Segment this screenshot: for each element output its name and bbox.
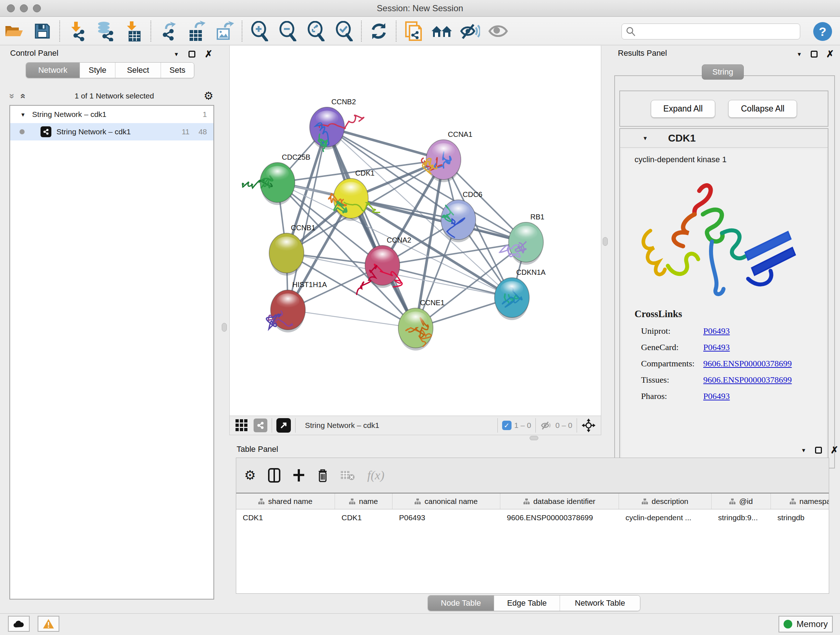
crosslink-genecard-link[interactable]: P06493 xyxy=(703,342,729,352)
toolbar-separator xyxy=(361,21,362,42)
tab-node-table[interactable]: Node Table xyxy=(428,595,494,611)
network-row[interactable]: String Network – cdk1 11 48 xyxy=(10,123,213,141)
grid-view-button[interactable] xyxy=(235,419,248,432)
network-collection-row[interactable]: ▼ String Network – cdk1 1 xyxy=(10,106,213,123)
string-import-button[interactable] xyxy=(399,19,428,43)
tab-edge-table[interactable]: Edge Table xyxy=(494,595,560,611)
cloud-status-button[interactable] xyxy=(8,616,30,632)
search-input[interactable] xyxy=(636,27,800,36)
network-node-cdk1[interactable] xyxy=(328,179,380,221)
results-tab-string[interactable]: String xyxy=(702,65,744,80)
control-panel-close-icon[interactable]: ✗ xyxy=(205,49,213,59)
left-splitter-handle[interactable] xyxy=(222,323,227,332)
results-panel-close-icon[interactable]: ✗ xyxy=(826,49,834,59)
delete-table-icon[interactable] xyxy=(340,470,355,481)
collapse-all-networks-icon[interactable]: » xyxy=(6,93,18,98)
network-canvas[interactable]: CCNB2CCNA1CDC25BCDK1CDC6RB1CCNB1CCNA2CDK… xyxy=(229,46,601,416)
table-cell[interactable]: cyclin-dependent ... xyxy=(619,513,712,522)
gene-expander-icon[interactable]: ▼ xyxy=(643,135,648,141)
expand-all-networks-icon[interactable]: » xyxy=(17,93,28,98)
network-node-ccna1[interactable] xyxy=(422,140,461,182)
table-row[interactable]: CDK1CDK1P064939606.ENSP00000378699cyclin… xyxy=(236,509,829,526)
collection-expander-icon[interactable]: ▼ xyxy=(20,111,26,118)
network-node-ccne1[interactable] xyxy=(398,308,433,350)
control-panel-float-icon[interactable] xyxy=(188,51,195,57)
help-button[interactable]: ? xyxy=(813,22,832,41)
memory-button[interactable]: Memory xyxy=(778,616,833,632)
table-panel-menu-icon[interactable]: ▼ xyxy=(801,447,806,453)
show-columns-icon[interactable] xyxy=(268,468,280,483)
bottom-splitter-handle[interactable] xyxy=(530,436,538,440)
crosslink-compartments-link[interactable]: 9606.ENSP00000378699 xyxy=(703,359,792,369)
column-header-database-identifier[interactable]: database identifier xyxy=(500,494,619,509)
export-image-button[interactable] xyxy=(210,19,239,43)
delete-column-icon[interactable] xyxy=(317,469,328,482)
hide-unhide-button[interactable] xyxy=(456,19,484,43)
network-node-cdkn1a[interactable] xyxy=(494,278,529,320)
column-header-shared-name[interactable]: shared name xyxy=(236,494,335,509)
detach-view-button[interactable] xyxy=(276,418,291,432)
table-cell[interactable]: P06493 xyxy=(393,513,500,522)
table-cell[interactable]: CDK1 xyxy=(236,513,335,522)
tab-network-table[interactable]: Network Table xyxy=(560,595,640,611)
birds-eye-view-button[interactable] xyxy=(428,19,456,43)
column-header-name[interactable]: name xyxy=(335,494,393,509)
node-label-ccnb1: CCNB1 xyxy=(291,224,316,232)
open-session-button[interactable] xyxy=(0,19,28,43)
control-panel-menu-icon[interactable]: ▼ xyxy=(174,51,179,57)
selected-checkbox-icon[interactable]: ✓ xyxy=(502,421,512,430)
network-node-hist1h1a[interactable] xyxy=(266,290,305,333)
column-header-canonical-name[interactable]: canonical name xyxy=(393,494,500,509)
zoom-fit-button[interactable] xyxy=(302,19,330,43)
tab-style[interactable]: Style xyxy=(80,63,115,78)
crosslink-tissues-link[interactable]: 9606.ENSP00000378699 xyxy=(703,375,792,385)
column-header-description[interactable]: description xyxy=(619,494,712,509)
expand-all-button[interactable]: Expand All xyxy=(651,100,715,118)
collapse-all-button[interactable]: Collapse All xyxy=(728,100,797,118)
zoom-selected-button[interactable] xyxy=(330,19,358,43)
tab-select[interactable]: Select xyxy=(115,63,161,78)
tab-sets[interactable]: Sets xyxy=(161,63,194,78)
zoom-out-button[interactable] xyxy=(273,19,302,43)
search-field[interactable] xyxy=(622,24,800,40)
import-table-button[interactable] xyxy=(119,19,148,43)
network-node-cdc6[interactable] xyxy=(441,200,476,242)
right-splitter-handle[interactable] xyxy=(603,237,608,246)
tab-network[interactable]: Network xyxy=(26,63,80,78)
import-network-from-database-button[interactable] xyxy=(91,19,119,43)
crosslink-pharos-link[interactable]: P06493 xyxy=(703,391,729,401)
show-graphics-button[interactable] xyxy=(484,19,512,43)
network-options-gear-icon[interactable]: ⚙ xyxy=(204,90,213,101)
network-node-cdc25b[interactable] xyxy=(242,163,295,205)
export-network-button[interactable] xyxy=(154,19,182,43)
function-builder-icon[interactable]: f(x) xyxy=(367,469,384,482)
table-panel-close-icon[interactable]: ✗ xyxy=(831,445,838,455)
zoom-selected-icon xyxy=(335,21,354,41)
network-edge[interactable] xyxy=(327,127,416,328)
crosslink-row: Pharos: P06493 xyxy=(635,391,792,401)
network-edge[interactable] xyxy=(288,310,416,328)
birdseye-toggle-button[interactable] xyxy=(581,418,596,432)
create-column-icon[interactable] xyxy=(293,469,305,482)
column-header--id[interactable]: @id xyxy=(712,494,771,509)
network-node-ccnb2[interactable] xyxy=(309,107,364,152)
refresh-view-button[interactable] xyxy=(365,19,393,43)
column-header-namespace[interactable]: namespace xyxy=(771,494,829,509)
gene-section-header[interactable]: ▼ CDK1 xyxy=(620,129,828,148)
export-table-button[interactable] xyxy=(182,19,210,43)
table-cell[interactable]: stringdb xyxy=(771,513,829,522)
results-panel-menu-icon[interactable]: ▼ xyxy=(797,51,802,57)
import-network-button[interactable] xyxy=(63,19,91,43)
network-view-type-button[interactable] xyxy=(254,418,267,432)
save-session-button[interactable] xyxy=(28,19,57,43)
table-cell[interactable]: 9606.ENSP00000378699 xyxy=(500,513,619,522)
network-node-ccnb1[interactable] xyxy=(269,233,304,276)
zoom-in-button[interactable] xyxy=(245,19,273,43)
table-options-gear-icon[interactable]: ⚙ xyxy=(244,469,256,482)
table-panel-float-icon[interactable] xyxy=(815,447,822,454)
warnings-button[interactable] xyxy=(38,616,59,632)
table-cell[interactable]: CDK1 xyxy=(335,513,393,522)
results-panel-float-icon[interactable] xyxy=(811,51,818,57)
table-cell[interactable]: stringdb:9... xyxy=(712,513,771,522)
crosslink-uniprot-link[interactable]: P06493 xyxy=(703,326,729,336)
